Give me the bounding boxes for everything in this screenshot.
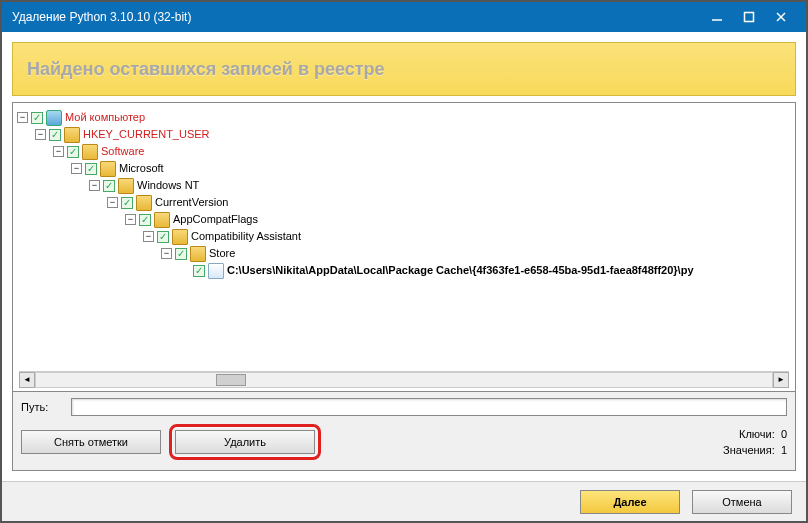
scroll-right-button[interactable]: ► bbox=[773, 372, 789, 388]
expander-icon[interactable]: − bbox=[89, 180, 100, 191]
folder-icon bbox=[154, 212, 170, 228]
delete-button[interactable]: Удалить bbox=[175, 430, 315, 454]
node-label: Мой компьютер bbox=[65, 109, 145, 126]
checkbox[interactable]: ✓ bbox=[103, 180, 115, 192]
node-label: Software bbox=[101, 143, 144, 160]
titlebar: Удаление Python 3.10.10 (32-bit) bbox=[2, 2, 806, 32]
horizontal-scrollbar[interactable]: ◄ ► bbox=[19, 371, 789, 387]
expander-icon[interactable]: − bbox=[71, 163, 82, 174]
window-title: Удаление Python 3.10.10 (32-bit) bbox=[12, 10, 710, 24]
registry-tree[interactable]: −✓Мой компьютер−✓HKEY_CURRENT_USER−✓Soft… bbox=[17, 109, 791, 279]
registry-tree-container: −✓Мой компьютер−✓HKEY_CURRENT_USER−✓Soft… bbox=[12, 102, 796, 392]
tree-node[interactable]: −✓Microsoft bbox=[17, 160, 791, 177]
node-label: AppCompatFlags bbox=[173, 211, 258, 228]
folder-icon bbox=[118, 178, 134, 194]
expander-icon[interactable]: − bbox=[17, 112, 28, 123]
banner: Найдено оставшихся записей в реестре bbox=[12, 42, 796, 96]
scroll-thumb[interactable] bbox=[216, 374, 246, 386]
checkbox[interactable]: ✓ bbox=[193, 265, 205, 277]
content-area: Найдено оставшихся записей в реестре −✓М… bbox=[2, 32, 806, 481]
uncheck-all-button[interactable]: Снять отметки bbox=[21, 430, 161, 454]
checkbox[interactable]: ✓ bbox=[121, 197, 133, 209]
folder-icon bbox=[64, 127, 80, 143]
tree-node[interactable]: −✓Мой компьютер bbox=[17, 109, 791, 126]
next-button[interactable]: Далее bbox=[580, 490, 680, 514]
checkbox[interactable]: ✓ bbox=[175, 248, 187, 260]
path-label: Путь: bbox=[21, 401, 71, 413]
delete-highlight: Удалить bbox=[169, 424, 321, 460]
scroll-track[interactable] bbox=[35, 372, 773, 388]
footer: Далее Отмена bbox=[2, 481, 806, 521]
folder-icon bbox=[190, 246, 206, 262]
path-row: Путь: bbox=[21, 398, 787, 416]
keys-label: Ключи: bbox=[739, 428, 775, 440]
expander-icon[interactable]: − bbox=[143, 231, 154, 242]
checkbox[interactable]: ✓ bbox=[31, 112, 43, 124]
tree-node[interactable]: −✓Compatibility Assistant bbox=[17, 228, 791, 245]
checkbox[interactable]: ✓ bbox=[139, 214, 151, 226]
path-section: Путь: Снять отметки Удалить Ключи: 0 Зна… bbox=[12, 392, 796, 471]
node-label: C:\Users\Nikita\AppData\Local\Package Ca… bbox=[227, 262, 694, 279]
cancel-button[interactable]: Отмена bbox=[692, 490, 792, 514]
svg-rect-1 bbox=[745, 13, 754, 22]
tree-node[interactable]: −✓Store bbox=[17, 245, 791, 262]
checkbox[interactable]: ✓ bbox=[49, 129, 61, 141]
checkbox[interactable]: ✓ bbox=[85, 163, 97, 175]
node-label: HKEY_CURRENT_USER bbox=[83, 126, 210, 143]
button-row: Снять отметки Удалить Ключи: 0 Значения:… bbox=[21, 424, 787, 460]
banner-title: Найдено оставшихся записей в реестре bbox=[27, 59, 385, 80]
node-label: CurrentVersion bbox=[155, 194, 228, 211]
node-label: Compatibility Assistant bbox=[191, 228, 301, 245]
expander-icon[interactable]: − bbox=[161, 248, 172, 259]
node-label: Store bbox=[209, 245, 235, 262]
node-label: Windows NT bbox=[137, 177, 199, 194]
tree-node[interactable]: −✓Windows NT bbox=[17, 177, 791, 194]
page-icon bbox=[208, 263, 224, 279]
tree-node[interactable]: ✓C:\Users\Nikita\AppData\Local\Package C… bbox=[17, 262, 791, 279]
window-controls bbox=[710, 10, 788, 24]
maximize-button[interactable] bbox=[742, 10, 756, 24]
computer-icon bbox=[46, 110, 62, 126]
expander-icon[interactable]: − bbox=[53, 146, 64, 157]
folder-icon bbox=[136, 195, 152, 211]
expander-icon[interactable]: − bbox=[35, 129, 46, 140]
node-label: Microsoft bbox=[119, 160, 164, 177]
expander-icon[interactable]: − bbox=[125, 214, 136, 225]
checkbox[interactable]: ✓ bbox=[67, 146, 79, 158]
checkbox[interactable]: ✓ bbox=[157, 231, 169, 243]
scroll-left-button[interactable]: ◄ bbox=[19, 372, 35, 388]
stats: Ключи: 0 Значения: 1 bbox=[723, 426, 787, 458]
tree-node[interactable]: −✓Software bbox=[17, 143, 791, 160]
close-button[interactable] bbox=[774, 10, 788, 24]
folder-icon bbox=[100, 161, 116, 177]
path-input[interactable] bbox=[71, 398, 787, 416]
values-label: Значения: bbox=[723, 444, 775, 456]
folder-icon bbox=[172, 229, 188, 245]
expander-icon[interactable]: − bbox=[107, 197, 118, 208]
tree-node[interactable]: −✓CurrentVersion bbox=[17, 194, 791, 211]
values-value: 1 bbox=[781, 444, 787, 456]
folder-icon bbox=[82, 144, 98, 160]
tree-node[interactable]: −✓HKEY_CURRENT_USER bbox=[17, 126, 791, 143]
keys-value: 0 bbox=[781, 428, 787, 440]
tree-node[interactable]: −✓AppCompatFlags bbox=[17, 211, 791, 228]
minimize-button[interactable] bbox=[710, 10, 724, 24]
